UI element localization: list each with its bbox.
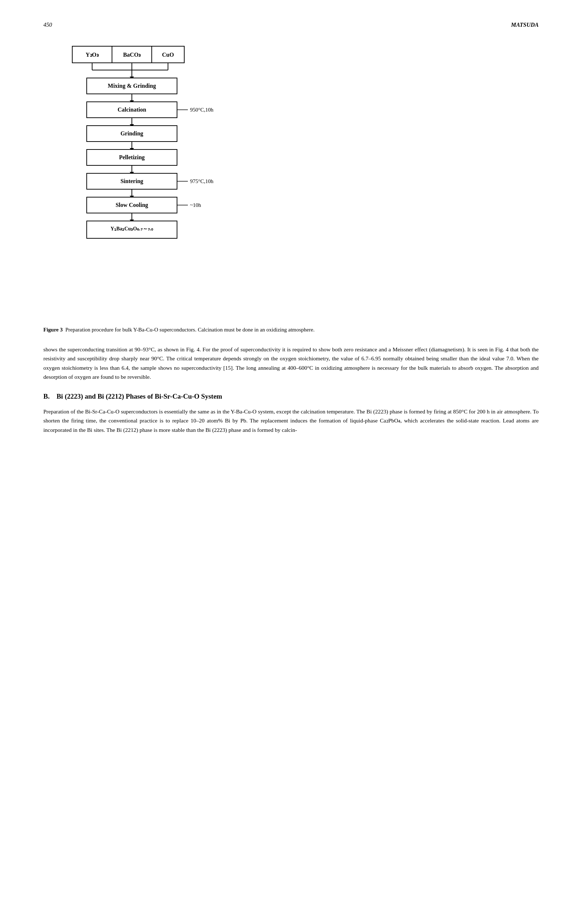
svg-text:Grinding: Grinding xyxy=(120,130,143,137)
flowchart: Y₂O₃ BaCO₃ CuO Mixing & Grinding Calcina… xyxy=(65,39,539,318)
page-number: 450 xyxy=(43,21,52,28)
figure-caption: Figure 3 Preparation procedure for bulk … xyxy=(43,326,539,334)
svg-text:950°C,10h: 950°C,10h xyxy=(190,107,213,113)
svg-text:Mixing & Grinding: Mixing & Grinding xyxy=(107,82,156,89)
svg-text:Sintering: Sintering xyxy=(120,178,143,185)
svg-text:Calcination: Calcination xyxy=(117,107,146,113)
figure-label: Figure 3 xyxy=(43,327,63,333)
section-letter: B. xyxy=(43,393,50,400)
figure-text: Preparation procedure for bulk Y-Ba-Cu-O… xyxy=(64,327,314,333)
section-title: Bi (2223) and Bi (2212) Phases of Bi-Sr-… xyxy=(56,393,222,400)
page-header: 450 MATSUDA xyxy=(43,21,539,28)
section-heading: B. Bi (2223) and Bi (2212) Phases of Bi-… xyxy=(43,393,539,401)
svg-text:Pelletizing: Pelletizing xyxy=(119,154,144,161)
svg-text:CuO: CuO xyxy=(162,52,174,58)
svg-text:Y₁Ba₂Cu₃O₆.₇～₇.₀: Y₁Ba₂Cu₃O₆.₇～₇.₀ xyxy=(111,226,153,231)
svg-text:~10h: ~10h xyxy=(190,202,201,208)
svg-text:Slow Cooling: Slow Cooling xyxy=(116,202,148,208)
svg-text:Y₂O₃: Y₂O₃ xyxy=(86,52,99,58)
page-author: MATSUDA xyxy=(511,21,539,28)
svg-text:975°C,10h: 975°C,10h xyxy=(190,178,213,184)
svg-text:BaCO₃: BaCO₃ xyxy=(123,52,141,58)
section-paragraph: Preparation of the Bi-Sr-Ca-Cu-O superco… xyxy=(43,407,539,435)
body-paragraph: shows the superconducting transition at … xyxy=(43,345,539,382)
flowchart-svg: Y₂O₃ BaCO₃ CuO Mixing & Grinding Calcina… xyxy=(65,39,274,317)
